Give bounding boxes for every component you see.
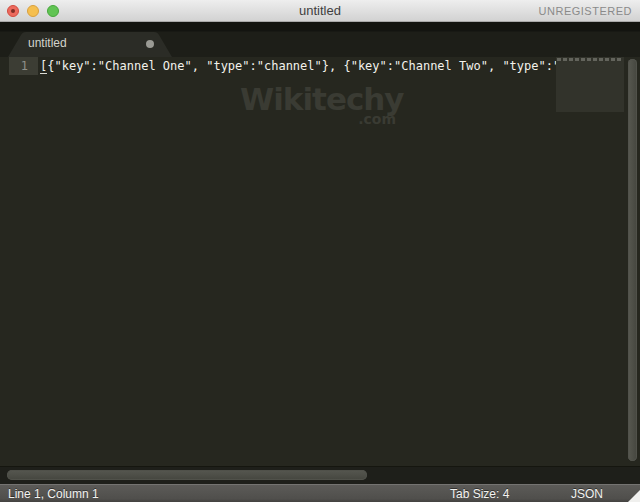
tab-untitled[interactable]: untitled: [8, 32, 172, 57]
syntax-indicator[interactable]: JSON: [571, 487, 603, 501]
tab-bar: untitled: [0, 22, 640, 57]
watermark: Wikitechy .com: [240, 81, 410, 127]
code-text: {"key":"Channel One", "type":"channel"},…: [47, 59, 567, 73]
code-line[interactable]: [{"key":"Channel One", "type":"channel"}…: [40, 57, 567, 75]
vertical-scrollbar-thumb[interactable]: [628, 59, 637, 461]
titlebar[interactable]: untitled UNREGISTERED: [0, 0, 640, 22]
modified-dot-icon[interactable]: [146, 40, 154, 48]
resize-grip[interactable]: [628, 490, 640, 502]
status-bar: Line 1, Column 1 Tab Size: 4 JSON: [0, 484, 640, 502]
tab-size-indicator[interactable]: Tab Size: 4: [450, 487, 509, 501]
unregistered-label: UNREGISTERED: [539, 5, 632, 17]
code-row: 1 [{"key":"Channel One", "type":"channel…: [0, 57, 640, 75]
minimap-viewport[interactable]: [556, 57, 624, 112]
minimap[interactable]: [556, 57, 624, 466]
cursor-position: Line 1, Column 1: [8, 487, 99, 501]
horizontal-scrollbar-thumb[interactable]: [7, 470, 367, 480]
line-number: 1: [0, 57, 28, 75]
minimap-code-line: [557, 58, 621, 61]
horizontal-scrollbar-track[interactable]: [0, 466, 640, 484]
editor-pane[interactable]: 1 [{"key":"Channel One", "type":"channel…: [0, 57, 640, 466]
app-window: untitled UNREGISTERED untitled 1 [{"key"…: [0, 0, 640, 502]
tab-label: untitled: [28, 36, 67, 50]
